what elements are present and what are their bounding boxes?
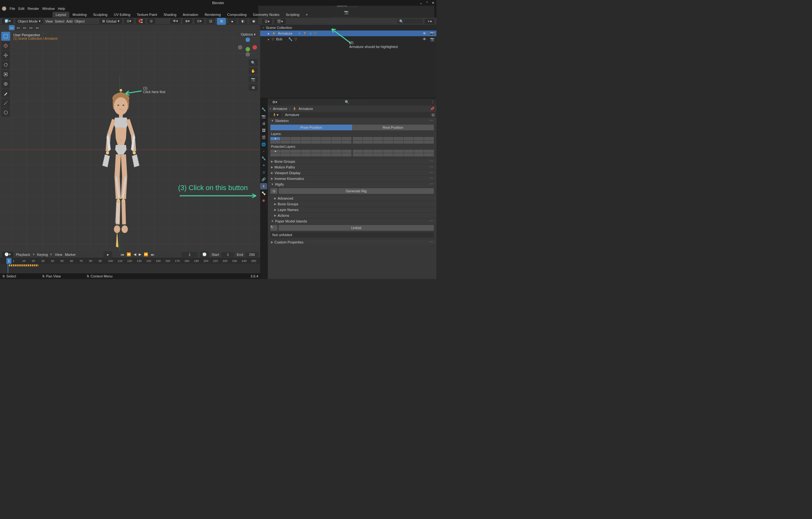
tab-rendering[interactable]: Rendering xyxy=(201,12,224,18)
outliner-filter[interactable]: ⚬▾ xyxy=(425,19,434,24)
tab-texture-paint[interactable]: Texture Paint xyxy=(134,12,160,18)
start-frame-input[interactable] xyxy=(221,252,234,257)
menu-render[interactable]: Render xyxy=(28,7,39,10)
armature-data-icon[interactable]: ⊹ xyxy=(298,31,301,36)
tool-rotate[interactable] xyxy=(1,60,10,69)
current-frame-input[interactable] xyxy=(182,252,198,257)
gizmo-neg-z-icon[interactable] xyxy=(245,52,250,57)
object-visibility-toggle[interactable]: 👁▾ xyxy=(170,19,181,24)
menu-file[interactable]: File xyxy=(9,7,15,10)
panel-custom-properties[interactable]: ▶Custom Properties⋯ xyxy=(268,239,436,245)
gizmo-z-icon[interactable] xyxy=(245,37,250,42)
props-editor-dropdown[interactable]: ⚙▾ xyxy=(270,99,280,105)
menu-edit[interactable]: Edit xyxy=(19,7,25,10)
rigify-layer-names[interactable]: ▶Layer Names xyxy=(268,207,436,212)
tool-annotate[interactable] xyxy=(1,89,10,98)
props-options-icon[interactable]: ⋮ xyxy=(431,100,434,104)
tab-layout[interactable]: Layout xyxy=(53,12,69,18)
proptab-modifier[interactable]: 🔧 xyxy=(260,155,267,161)
mode-dropdown[interactable]: Object Mode ▾ xyxy=(15,19,43,24)
jump-end-button[interactable]: ⏭ xyxy=(151,253,154,256)
zoom-button[interactable]: 🔍 xyxy=(249,59,258,66)
tab-geometry-nodes[interactable]: Geometry Nodes xyxy=(250,12,283,18)
visibility-toggle[interactable]: 👁 xyxy=(423,37,426,41)
menu-select[interactable]: Select xyxy=(55,20,64,23)
proptab-particles[interactable]: ✦ xyxy=(260,162,267,169)
rigify-advanced[interactable]: ▶Advanced xyxy=(268,195,436,201)
panel-bone-groups[interactable]: ▶Bone Groups⋯ xyxy=(268,158,436,164)
pivot-dropdown[interactable]: ⊙▾ xyxy=(124,19,134,24)
rigify-actions[interactable]: ▶Actions xyxy=(268,212,436,218)
shading-rendered[interactable]: ◉ xyxy=(249,18,258,25)
playhead-marker[interactable]: 1 xyxy=(6,258,11,264)
shading-wireframe[interactable]: ⊞ xyxy=(217,18,226,25)
orientation-dropdown[interactable]: ⊞ Global ▾ xyxy=(99,19,122,24)
viewlayer-dropdown[interactable]: 📷 xyxy=(342,9,351,15)
tool-scale[interactable] xyxy=(1,70,10,79)
panel-inverse-kinematics[interactable]: ▶Inverse Kinematics⋯ xyxy=(268,176,436,181)
rigify-bone-groups[interactable]: ▶Bone Groups xyxy=(268,201,436,207)
menu-add[interactable]: Add xyxy=(66,20,73,23)
outliner-display-mode[interactable]: 🎬▾ xyxy=(274,19,286,24)
pose-icon[interactable]: 🏃 xyxy=(303,31,307,36)
render-toggle[interactable]: 📷 xyxy=(430,31,434,36)
proportional-toggle[interactable]: ⊙ xyxy=(147,19,155,24)
overlays-toggle[interactable]: ⊙▾ xyxy=(194,19,204,24)
proptab-physics[interactable]: ⊙ xyxy=(260,169,267,176)
minimize-icon[interactable]: ⌄ xyxy=(419,1,423,5)
snap-toggle[interactable]: 🧲 xyxy=(136,19,145,24)
select-mode-3[interactable]: ▭ xyxy=(22,25,27,30)
outliner-search[interactable] xyxy=(397,19,423,24)
timeline-ruler[interactable]: 1 11020304050607080901001101201301401501… xyxy=(0,258,260,264)
tab-compositing[interactable]: Compositing xyxy=(224,12,250,18)
pose-position-button[interactable]: Pose Position xyxy=(270,125,352,130)
xray-toggle[interactable]: ⊡ xyxy=(206,18,215,25)
menu-view[interactable]: View xyxy=(45,20,53,23)
gizmo-toggle[interactable]: ⊕▾ xyxy=(182,19,193,24)
mesh-icon[interactable]: ▽ xyxy=(314,31,316,36)
pan-button[interactable]: ✋ xyxy=(249,67,258,74)
add-workspace-button[interactable]: + xyxy=(302,12,311,18)
gizmo-x-icon[interactable] xyxy=(253,45,257,50)
tab-scripting[interactable]: Scripting xyxy=(283,12,302,18)
timeline-menu-playback[interactable]: Playback xyxy=(16,253,30,256)
shading-solid[interactable]: ● xyxy=(228,18,237,25)
keyframes[interactable] xyxy=(9,265,38,266)
render-toggle[interactable]: 📷 xyxy=(430,37,434,41)
tab-animation[interactable]: Animation xyxy=(180,12,202,18)
visibility-toggle[interactable]: 👁 xyxy=(423,31,426,35)
tab-sculpting[interactable]: Sculpting xyxy=(90,12,111,18)
props-search[interactable] xyxy=(343,99,368,104)
rigify-target-icon[interactable]: ⊙ xyxy=(270,188,277,194)
timeline-menu-marker[interactable]: Marker xyxy=(65,253,76,256)
tool-cursor[interactable] xyxy=(1,41,10,50)
modifier-icon[interactable]: 🔧 xyxy=(288,37,293,41)
tool-transform[interactable] xyxy=(1,80,10,88)
close-icon[interactable]: ✕ xyxy=(432,1,434,5)
armature-name-input[interactable] xyxy=(283,112,430,117)
blender-logo-icon[interactable] xyxy=(2,6,6,11)
panel-motion-paths[interactable]: ▶Motion Paths⋯ xyxy=(268,164,436,170)
end-frame-input[interactable] xyxy=(245,252,258,257)
maximize-icon[interactable]: ⌃ xyxy=(426,1,428,5)
menu-help[interactable]: Help xyxy=(58,7,65,10)
proptab-material[interactable]: ◉ xyxy=(260,197,267,204)
gizmo-y-icon[interactable] xyxy=(245,47,250,52)
timeline-menu-view[interactable]: View xyxy=(55,253,62,256)
editor-type-dropdown[interactable]: 🧊▾ xyxy=(2,19,13,24)
expand-icon[interactable]: ▸ xyxy=(268,31,270,36)
shading-material[interactable]: ◐ xyxy=(238,18,248,25)
outliner-editor-dropdown[interactable]: ☰▾ xyxy=(262,19,272,24)
proptab-output[interactable]: 🖨 xyxy=(260,120,267,126)
timeline-clock-icon[interactable]: 🕐 xyxy=(200,251,209,258)
camera-view-button[interactable]: 📷 xyxy=(249,75,258,83)
select-mode-2[interactable]: ▭ xyxy=(15,25,21,30)
select-mode-1[interactable]: ▭ xyxy=(9,25,14,30)
navigation-gizmo[interactable] xyxy=(238,37,257,57)
jump-start-button[interactable]: ⏮ xyxy=(120,253,124,256)
pin-icon[interactable]: 📌 xyxy=(430,107,434,111)
armature-layers[interactable] xyxy=(270,137,434,144)
character-model[interactable] xyxy=(89,88,153,253)
panel-skeleton[interactable]: ▼Skeleton⋯ xyxy=(268,118,436,123)
panel-paper-model[interactable]: ▼Paper Model Islands⋯ xyxy=(268,218,436,224)
